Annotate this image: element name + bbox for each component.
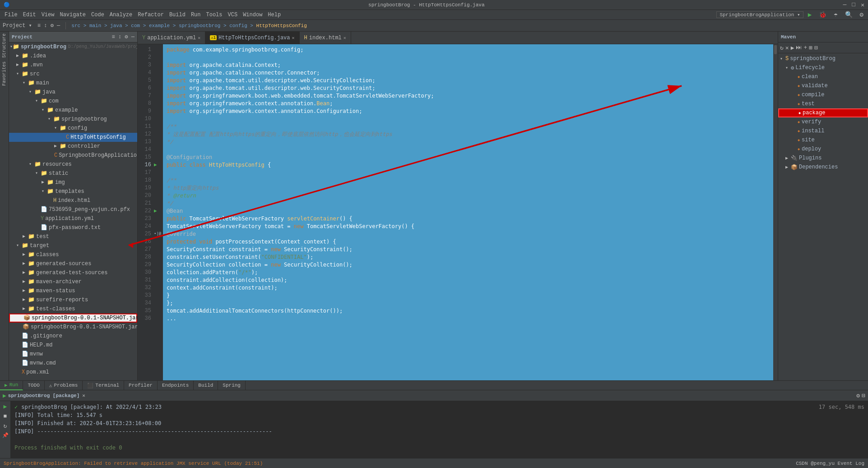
menu-build[interactable]: Build: [167, 12, 188, 18]
tree-resources[interactable]: ▾ 📁 resources: [9, 160, 137, 169]
run-close-icon[interactable]: ✕: [82, 393, 85, 398]
tree-pfxpwd[interactable]: 📄 pfx-password.txt: [9, 223, 137, 232]
menu-file[interactable]: File: [2, 12, 20, 18]
maven-lifecycle[interactable]: ▾ ⚙ Lifecycle: [778, 63, 868, 72]
tree-jar-original[interactable]: 📦 springbootBrog-0.0.1-SNAPSHOT.jar.orig…: [9, 323, 137, 332]
maven-plugins[interactable]: ▶ 🔌 Plugins: [778, 154, 868, 163]
project-tree[interactable]: ▾ 📁 springbootBrog D:/peng_YuJun/JavaWeb…: [9, 42, 137, 380]
close-btn[interactable]: ✕: [861, 1, 864, 9]
tree-maven-status[interactable]: ▶ 📁 maven-status: [9, 286, 137, 295]
project-selector[interactable]: SpringbootBrogApplication ▾: [716, 11, 803, 18]
run-rerun-btn[interactable]: ↻: [4, 422, 7, 430]
tab-build[interactable]: Build: [194, 380, 218, 390]
menu-refactor[interactable]: Refactor: [135, 12, 167, 18]
maven-project[interactable]: ▾ S springbootBrog: [778, 54, 868, 63]
maven-clean[interactable]: ⬥ clean: [778, 72, 868, 81]
maven-install[interactable]: ⬥ install: [778, 126, 868, 136]
tree-templates[interactable]: ▾ 📁 templates: [9, 187, 137, 196]
tree-httptohttps[interactable]: C HttpToHttpsConfig: [9, 133, 137, 142]
menu-code[interactable]: Code: [88, 12, 107, 18]
tree-static[interactable]: ▾ 📁 static: [9, 169, 137, 178]
maven-expand-icon[interactable]: ⊞: [809, 44, 812, 51]
tab-problems[interactable]: ⚠ Problems: [45, 380, 83, 390]
tree-gen-sources[interactable]: ▶ 📁 generated-sources: [9, 259, 137, 268]
tab-appyml-close[interactable]: ✕: [198, 35, 200, 41]
tree-gen-test-sources[interactable]: ▶ 📁 generated-test-sources: [9, 268, 137, 277]
run-panel-settings[interactable]: ⚙: [856, 392, 860, 399]
tab-profiler[interactable]: Profiler: [124, 380, 158, 390]
maven-run-icon[interactable]: ▶: [791, 44, 794, 51]
menu-view[interactable]: View: [39, 12, 57, 18]
tree-test-classes[interactable]: ▶ 📁 test-classes: [9, 304, 137, 314]
tree-mvn[interactable]: ▶ 📁 .mvn: [9, 61, 137, 70]
maven-site[interactable]: ⬥ site: [778, 136, 868, 145]
menu-run[interactable]: Run: [188, 12, 204, 18]
tree-mvnwcmd[interactable]: 📄 mvnw.cmd: [9, 359, 137, 368]
menu-analyze[interactable]: Analyze: [107, 12, 135, 18]
maven-close-icon[interactable]: ✕: [785, 44, 789, 51]
run-panel-expand[interactable]: ⊟: [862, 392, 865, 399]
tree-jar-highlighted[interactable]: 📦 springbootBrog-0.0.1-SNAPSHOT.jar: [9, 314, 137, 323]
tree-surefire[interactable]: ▶ 📁 surefire-reports: [9, 295, 137, 304]
tab-applicationyml[interactable]: Y application.yml ✕: [138, 32, 205, 44]
run-stop-btn[interactable]: ■: [4, 413, 7, 420]
tree-src[interactable]: ▾ 📁 src: [9, 70, 137, 79]
tree-indexhtml[interactable]: H index.html: [9, 196, 137, 205]
tab-httptohttps-close[interactable]: ✕: [292, 35, 295, 41]
maven-skip-icon[interactable]: ⏭: [796, 44, 802, 51]
maven-package[interactable]: ⬥ package: [778, 108, 868, 117]
menu-help[interactable]: Help: [265, 12, 283, 18]
tab-endpoints[interactable]: Endpoints: [158, 380, 194, 390]
tree-main[interactable]: ▾ 📁 main: [9, 79, 137, 88]
coverage-btn[interactable]: ☂: [831, 11, 840, 19]
menu-vcs[interactable]: VCS: [225, 12, 241, 18]
maven-collapse-icon[interactable]: ⊟: [814, 44, 818, 51]
maximize-btn[interactable]: □: [852, 1, 855, 9]
debug-btn[interactable]: 🐞: [816, 11, 829, 19]
tree-pomxml[interactable]: X pom.xml: [9, 368, 137, 377]
tree-idea[interactable]: ▶ 📁 .idea: [9, 51, 137, 61]
tree-com[interactable]: ▾ 📁 com: [9, 97, 137, 106]
structure-panel-tab[interactable]: Structure Favorites: [0, 32, 9, 380]
tab-spring[interactable]: Spring: [218, 380, 246, 390]
tree-java[interactable]: ▾ 📁 java: [9, 88, 137, 97]
menu-tools[interactable]: Tools: [204, 12, 225, 18]
tree-config[interactable]: ▾ 📁 config: [9, 124, 137, 133]
tab-indexhtml-close[interactable]: ✕: [343, 35, 346, 41]
maven-deploy[interactable]: ⬥ deploy: [778, 145, 868, 154]
maven-dependencies[interactable]: ▶ 📦 Dependencies: [778, 163, 868, 172]
tree-root[interactable]: ▾ 📁 springbootBrog D:/peng_YuJun/JavaWeb…: [9, 42, 137, 51]
run-pin-btn[interactable]: 📌: [2, 432, 9, 438]
window-controls[interactable]: — □ ✕: [843, 1, 864, 9]
maven-verify[interactable]: ⬥ verify: [778, 117, 868, 126]
tab-run[interactable]: ▶ Run: [0, 380, 23, 390]
tree-maven-archiver[interactable]: ▶ 📁 maven-archiver: [9, 277, 137, 286]
tree-gitignore[interactable]: 📄 .gitignore: [9, 332, 137, 341]
maven-tree[interactable]: ▾ S springbootBrog ▾ ⚙ Lifecycle ⬥ clean: [778, 53, 868, 380]
tree-controller[interactable]: ▶ 📁 controller: [9, 142, 137, 151]
tree-img[interactable]: ▶ 📁 img: [9, 178, 137, 187]
tree-helpmd[interactable]: 📄 HELP.md: [9, 341, 137, 350]
maven-plus-icon[interactable]: +: [803, 44, 807, 51]
maven-refresh-icon[interactable]: ↻: [780, 44, 784, 51]
tree-pfxfile[interactable]: 📄 7536959_peng-yujun.cn.pfx: [9, 205, 137, 214]
editor-scrollbar[interactable]: [773, 44, 778, 380]
minimize-btn[interactable]: —: [843, 1, 847, 9]
settings-btn[interactable]: ⚙: [857, 11, 866, 19]
menu-navigate[interactable]: Navigate: [57, 12, 88, 18]
maven-validate[interactable]: ⬥ validate: [778, 81, 868, 90]
maven-test[interactable]: ⬥ test: [778, 99, 868, 108]
tree-mvnw[interactable]: 📄 mvnw: [9, 350, 137, 359]
menu-edit[interactable]: Edit: [20, 12, 39, 18]
tab-httptohttps[interactable]: ⚠1 HttpToHttpsConfig.java ✕: [205, 32, 299, 44]
tab-todo[interactable]: TODO: [23, 380, 44, 390]
search-btn[interactable]: 🔍: [842, 11, 855, 19]
tree-classes[interactable]: ▶ 📁 classes: [9, 250, 137, 259]
tree-test[interactable]: ▶ 📁 test: [9, 232, 137, 241]
run-play-btn[interactable]: ▶: [4, 403, 7, 410]
tab-indexhtml[interactable]: H index.html ✕: [300, 32, 351, 44]
tab-terminal[interactable]: ⬛ Terminal: [83, 380, 124, 390]
tree-springbootbrogapp[interactable]: C SpringbootBrogApplication: [9, 151, 137, 160]
run-config-btn[interactable]: ▶: [805, 11, 814, 19]
tree-appyml[interactable]: Y application.yml: [9, 214, 137, 223]
